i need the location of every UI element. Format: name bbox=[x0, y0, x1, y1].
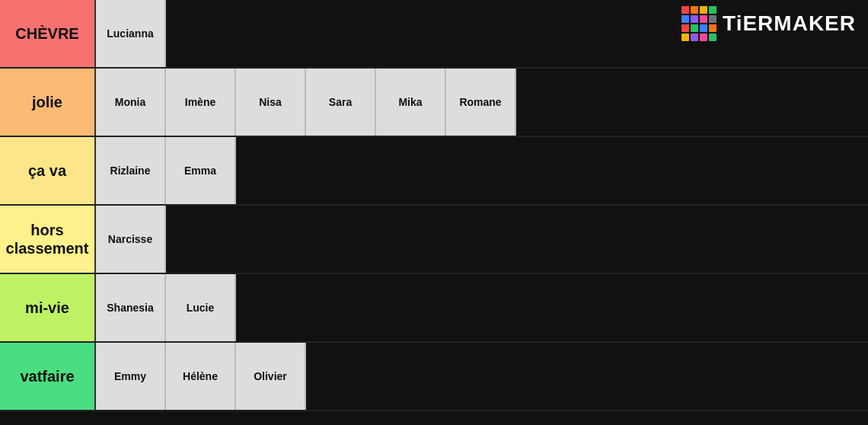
tier-row: vatfaireEmmyHélèneOlivier bbox=[0, 343, 868, 411]
logo-area: TiERMAKER bbox=[681, 6, 856, 41]
logo-cell bbox=[681, 24, 689, 32]
tier-item[interactable]: Rizlaine bbox=[96, 137, 166, 204]
tier-label: ça va bbox=[0, 137, 94, 204]
tier-item[interactable]: Lucie bbox=[166, 274, 236, 341]
tier-label: hors classement bbox=[0, 206, 94, 273]
tier-empty-space bbox=[306, 343, 868, 410]
logo-cell bbox=[709, 24, 716, 32]
logo-cell bbox=[700, 24, 707, 32]
tier-list: CHÈVRELuciannajolieMoniaImèneNisaSaraMik… bbox=[0, 0, 868, 411]
page-wrapper: TiERMAKER CHÈVRELuciannajolieMoniaImèneN… bbox=[0, 0, 868, 425]
tier-item[interactable]: Monia bbox=[96, 69, 166, 136]
tier-item[interactable]: Emma bbox=[166, 137, 236, 204]
tier-item[interactable]: Olivier bbox=[236, 343, 306, 410]
tier-empty-space bbox=[236, 274, 868, 341]
logo-cell bbox=[691, 15, 698, 23]
tier-label: vatfaire bbox=[0, 343, 94, 410]
tier-item[interactable]: Shanesia bbox=[96, 274, 166, 341]
tier-item[interactable]: Imène bbox=[166, 69, 236, 136]
tier-row: mi-vieShanesiaLucie bbox=[0, 274, 868, 343]
logo-grid-icon bbox=[681, 6, 716, 41]
logo-cell bbox=[709, 15, 716, 23]
logo-cell bbox=[709, 34, 716, 41]
tier-label: jolie bbox=[0, 69, 94, 136]
tier-item[interactable]: Nisa bbox=[236, 69, 306, 136]
logo-cell bbox=[681, 34, 689, 41]
tier-item[interactable]: Lucianna bbox=[96, 0, 166, 67]
tier-item[interactable]: Romane bbox=[446, 69, 516, 136]
logo-cell bbox=[691, 6, 698, 14]
tier-item[interactable]: Narcisse bbox=[96, 206, 166, 273]
tier-label: CHÈVRE bbox=[0, 0, 94, 67]
logo-cell bbox=[700, 6, 707, 14]
logo-cell bbox=[700, 15, 707, 23]
tier-item[interactable]: Hélène bbox=[166, 343, 236, 410]
logo-cell bbox=[691, 24, 698, 32]
tier-item[interactable]: Mika bbox=[376, 69, 446, 136]
logo-cell bbox=[709, 6, 716, 14]
tier-item[interactable]: Emmy bbox=[96, 343, 166, 410]
tier-item[interactable]: Sara bbox=[306, 69, 376, 136]
tier-empty-space bbox=[236, 137, 868, 204]
tier-empty-space bbox=[516, 69, 868, 136]
logo-text: TiERMAKER bbox=[723, 11, 856, 36]
tier-items-container: MoniaImèneNisaSaraMikaRomane bbox=[94, 69, 868, 136]
tier-items-container: Narcisse bbox=[94, 206, 868, 273]
logo-cell bbox=[700, 34, 707, 41]
logo-cell bbox=[691, 34, 698, 41]
logo-cell bbox=[681, 6, 689, 14]
tier-row: ça vaRizlaineEmma bbox=[0, 137, 868, 206]
tier-empty-space bbox=[166, 206, 868, 273]
tier-label: mi-vie bbox=[0, 274, 94, 341]
tier-row: jolieMoniaImèneNisaSaraMikaRomane bbox=[0, 69, 868, 137]
tier-items-container: ShanesiaLucie bbox=[94, 274, 868, 341]
tier-row: hors classementNarcisse bbox=[0, 206, 868, 274]
tier-items-container: RizlaineEmma bbox=[94, 137, 868, 204]
tier-items-container: EmmyHélèneOlivier bbox=[94, 343, 868, 410]
logo-cell bbox=[681, 15, 689, 23]
